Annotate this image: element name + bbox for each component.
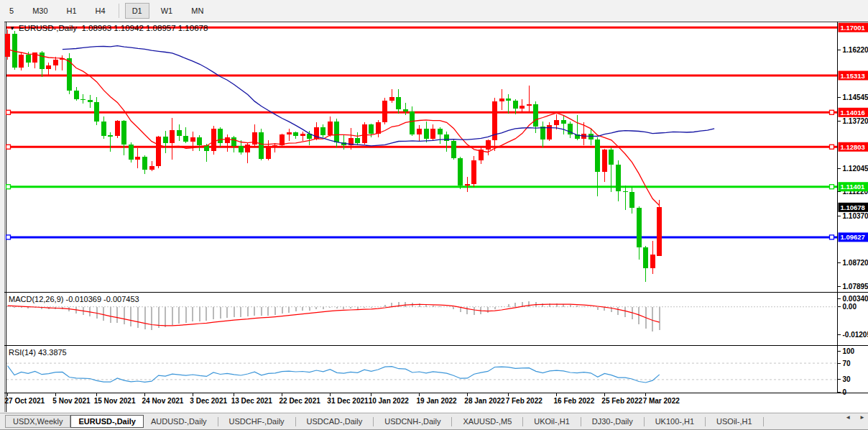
candle-body	[121, 121, 126, 145]
candle-body	[465, 184, 470, 186]
symbol-tab-dj30-daily[interactable]: DJ30-,Daily	[585, 416, 640, 427]
candle-body	[46, 65, 51, 69]
candle-body	[320, 127, 326, 134]
rsi-axis-tick-label: 100	[843, 347, 855, 355]
symbol-tab-xauusd-m5[interactable]: XAUUSD-,M5	[456, 416, 519, 427]
candle-body	[362, 124, 367, 143]
tab-scroll-right-icon[interactable]: ►	[859, 414, 865, 421]
tab-divider	[522, 417, 523, 426]
price-axis-tick-label: 1.13720	[843, 117, 868, 125]
tab-scroll-left-icon[interactable]: ◄	[845, 414, 851, 421]
symbol-tab-eurusd-daily[interactable]: EURUSD-,Daily	[70, 415, 143, 428]
candle-body	[280, 134, 285, 145]
symbol-tab-usdcad-daily[interactable]: USDCAD-,Daily	[300, 416, 370, 427]
candle-body	[444, 134, 449, 141]
candle-body	[554, 120, 559, 124]
candle-body	[458, 158, 463, 186]
symbol-tab-audusd-daily[interactable]: AUDUSD-,Daily	[144, 416, 214, 427]
candle-body	[170, 130, 175, 143]
candle-body	[527, 104, 532, 106]
line-anchor	[830, 185, 834, 189]
price-tag-text: 1.09627	[841, 233, 865, 241]
candle-body	[657, 207, 662, 256]
candle-body	[547, 125, 552, 140]
price-tag-text: 1.14016	[841, 109, 865, 116]
tab-divider	[581, 417, 581, 426]
timeframe-toolbar: 5M30H1H4D1W1MN	[0, 0, 868, 21]
chart-canvas[interactable]: 1.162201.145451.137201.120451.112201.103…	[0, 22, 868, 413]
date-tick-label: 10 Jan 2022	[369, 397, 410, 405]
symbol-tab-usdcnh-daily[interactable]: USDCNH-,Daily	[377, 416, 448, 427]
candle-body	[231, 137, 236, 146]
level-price-tag: 1.09627	[839, 232, 868, 242]
date-tick-label: 22 Dec 2021	[280, 397, 321, 405]
symbol-tab-ukoil-h1[interactable]: UKOil-,H1	[527, 416, 577, 427]
candle-body	[334, 122, 339, 142]
candle-body	[389, 97, 394, 100]
candle-body	[287, 132, 292, 134]
price-tag-text: 1.11401	[841, 183, 866, 191]
tab-divider	[295, 417, 296, 426]
price-axis-tick-label: 1.07895	[843, 283, 868, 291]
candle-body	[266, 147, 271, 159]
current-price-tag: 1.10678	[839, 203, 868, 212]
level-price-tag: 1.14016	[839, 108, 868, 117]
candle-body	[74, 91, 79, 99]
level-price-tag: 1.11401	[839, 182, 868, 191]
price-tag-text: 1.17001	[841, 24, 866, 32]
symbol-tab-usdchf-daily[interactable]: USDCHF-,Daily	[222, 416, 292, 427]
candle-body	[183, 136, 188, 142]
candle-body	[142, 157, 147, 170]
timeframe-button-d1[interactable]: D1	[125, 3, 149, 19]
candle-body	[609, 150, 614, 165]
candle-body	[53, 60, 58, 66]
candle-body	[115, 121, 120, 136]
tab-divider	[644, 417, 645, 426]
timeframe-button-m15[interactable]: 5	[2, 3, 21, 19]
date-tick-label: 31 Dec 2021	[327, 397, 369, 405]
candle-body	[177, 130, 182, 136]
candle-body	[88, 100, 93, 102]
line-anchor	[830, 110, 834, 114]
candle-body	[245, 145, 250, 152]
date-tick-label: 15 Nov 2021	[94, 397, 136, 405]
rsi-axis-tick-label: 70	[843, 360, 851, 367]
line-anchor	[830, 235, 834, 239]
date-tick-label: 7 Mar 2022	[643, 397, 680, 405]
candle-body	[629, 192, 634, 208]
candle-body	[5, 34, 10, 57]
date-tick-label: 3 Dec 2021	[190, 397, 227, 405]
tab-divider	[373, 417, 374, 426]
price-axis-tick-label: 1.08720	[843, 259, 868, 267]
timeframe-button-mn[interactable]: MN	[184, 3, 211, 19]
timeframe-button-w1[interactable]: W1	[154, 3, 180, 19]
candle-body	[540, 127, 545, 139]
chart-window-background	[5, 22, 868, 412]
candle-body	[643, 247, 648, 268]
candle-body	[451, 141, 456, 158]
timeframe-button-h4[interactable]: H4	[88, 3, 113, 19]
macd-axis-tick-label: -0.012054	[843, 331, 868, 339]
toolbar-separator	[119, 4, 119, 18]
level-price-tag: 1.12803	[839, 142, 868, 152]
line-anchor	[830, 145, 834, 149]
symbol-tab-usoil-h1[interactable]: USOil-,H1	[709, 416, 760, 427]
date-tick-label: 28 Jan 2022	[464, 397, 505, 405]
candle-body	[430, 129, 435, 139]
timeframe-button-h1[interactable]: H1	[60, 3, 84, 19]
symbol-tab-uk100-h1[interactable]: UK100-,H1	[648, 416, 701, 427]
candle-body	[259, 132, 264, 159]
rsi-axis-tick-label: 0	[843, 388, 847, 396]
candle-body	[417, 129, 422, 134]
candle-body	[225, 137, 230, 143]
candle-body	[101, 122, 106, 135]
symbol-tab-usdx-weekly[interactable]: USDX,Weekly	[5, 415, 70, 428]
candle-body	[396, 97, 401, 109]
candle-body	[135, 157, 140, 160]
candle-body	[382, 101, 387, 122]
candle-body	[272, 145, 277, 148]
date-tick-label: 27 Oct 2021	[5, 397, 45, 405]
candle-body	[211, 129, 216, 151]
candle-body	[156, 137, 161, 166]
timeframe-button-m30[interactable]: M30	[25, 3, 55, 19]
